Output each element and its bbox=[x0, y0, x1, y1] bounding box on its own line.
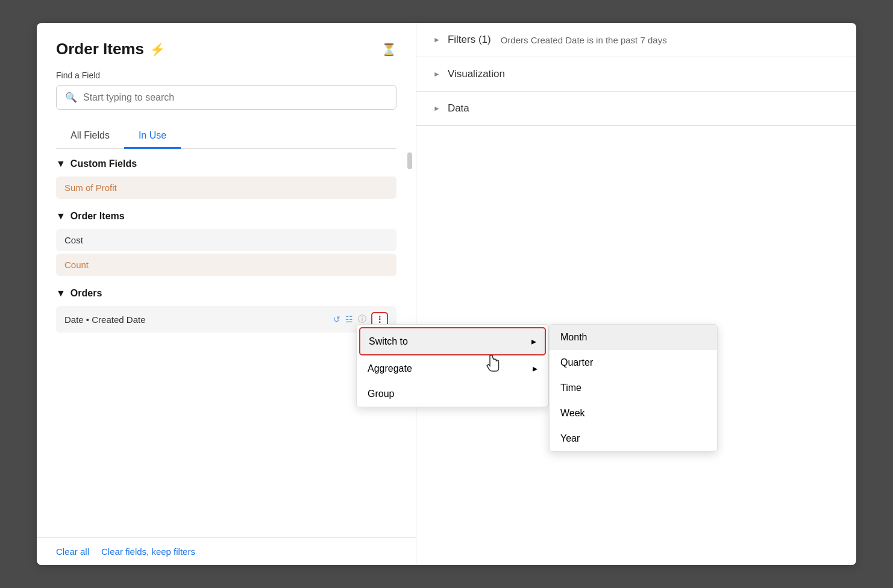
submenu-item-quarter[interactable]: Quarter bbox=[550, 350, 717, 375]
right-section-filters[interactable]: ► Filters (1) Orders Created Date is in … bbox=[416, 23, 856, 57]
section-header-orders[interactable]: ▼ Orders bbox=[37, 278, 416, 304]
section-header-order-items[interactable]: ▼ Order Items bbox=[37, 201, 416, 227]
bottom-links: Clear all Clear fields, keep filters bbox=[37, 537, 416, 565]
switch-to-label: Switch to bbox=[369, 336, 408, 347]
aggregate-arrow: ▸ bbox=[533, 363, 537, 374]
history-icon[interactable]: ⏳ bbox=[381, 42, 396, 57]
group-label: Group bbox=[368, 389, 394, 399]
tab-in-use[interactable]: In Use bbox=[124, 124, 181, 149]
switch-to-arrow: ▸ bbox=[531, 336, 536, 347]
submenu-item-month[interactable]: Month bbox=[550, 325, 717, 350]
right-section-visualization[interactable]: ► Visualization bbox=[416, 57, 856, 92]
section-arrow-order-items: ▼ bbox=[56, 211, 66, 222]
clear-all-link[interactable]: Clear all bbox=[56, 546, 89, 557]
submenu-item-week[interactable]: Week bbox=[550, 401, 717, 426]
data-arrow: ► bbox=[433, 104, 440, 113]
filters-title: Filters (1) bbox=[448, 34, 491, 46]
search-box: 🔍 bbox=[56, 85, 396, 110]
section-label-orders: Orders bbox=[70, 288, 102, 299]
info-icon: ⓘ bbox=[358, 314, 366, 325]
refresh-icon: ↺ bbox=[333, 314, 340, 324]
data-title: Data bbox=[448, 102, 469, 114]
field-item-sum-of-profit[interactable]: Sum of Profit bbox=[56, 177, 396, 199]
field-item-count[interactable]: Count bbox=[56, 254, 396, 276]
lightning-icon: ⚡ bbox=[150, 42, 165, 57]
tab-all-fields[interactable]: All Fields bbox=[56, 124, 124, 149]
date-created-date-label: Date • Created Date bbox=[64, 314, 328, 325]
field-item-cost[interactable]: Cost bbox=[56, 229, 396, 251]
search-input[interactable] bbox=[83, 92, 387, 103]
filter-icon: ☳ bbox=[345, 314, 353, 324]
search-icon: 🔍 bbox=[65, 92, 77, 103]
tabs-row: All Fields In Use bbox=[56, 124, 396, 149]
context-menu: Switch to ▸ Aggregate ▸ Group bbox=[356, 324, 549, 407]
clear-fields-keep-filters-link[interactable]: Clear fields, keep filters bbox=[101, 546, 195, 557]
scrollbar-thumb bbox=[407, 152, 412, 169]
right-panel: ► Filters (1) Orders Created Date is in … bbox=[416, 23, 856, 565]
section-arrow-orders: ▼ bbox=[56, 288, 66, 299]
visualization-arrow: ► bbox=[433, 70, 440, 78]
context-menu-item-switch-to[interactable]: Switch to ▸ bbox=[359, 327, 546, 355]
context-menu-overlay: Switch to ▸ Aggregate ▸ Group Mo bbox=[356, 324, 549, 407]
aggregate-label: Aggregate bbox=[368, 363, 412, 374]
submenu-item-time[interactable]: Time bbox=[550, 375, 717, 401]
context-menu-item-group[interactable]: Group bbox=[357, 381, 548, 407]
find-field-label: Find a Field bbox=[56, 70, 396, 80]
context-menu-item-aggregate[interactable]: Aggregate ▸ bbox=[357, 355, 548, 381]
right-section-data[interactable]: ► Data bbox=[416, 92, 856, 126]
filters-desc: Orders Created Date is in the past 7 day… bbox=[501, 35, 667, 45]
field-item-date-created-date[interactable]: Date • Created Date ↺ ☳ ⓘ ⋮ bbox=[56, 306, 396, 333]
submenu-item-year[interactable]: Year bbox=[550, 426, 717, 451]
section-label-order-items: Order Items bbox=[70, 211, 125, 222]
app-title: Order Items bbox=[56, 40, 144, 58]
section-header-custom-fields[interactable]: ▼ Custom Fields bbox=[37, 149, 416, 174]
submenu-switch-to: Month Quarter Time Week Year bbox=[549, 324, 718, 452]
visualization-title: Visualization bbox=[448, 68, 505, 80]
section-label-custom-fields: Custom Fields bbox=[70, 158, 137, 169]
section-arrow-custom-fields: ▼ bbox=[56, 158, 66, 169]
filters-arrow: ► bbox=[433, 36, 440, 44]
